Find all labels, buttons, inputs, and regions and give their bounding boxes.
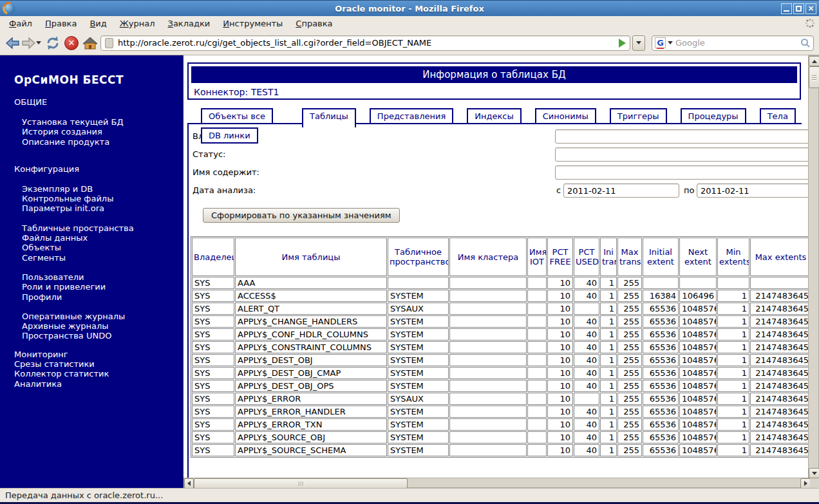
menu-item-file[interactable]: Файл	[3, 17, 39, 31]
url-history-dropdown[interactable]	[632, 35, 645, 51]
menu-item-view[interactable]: Вид	[83, 17, 113, 31]
date-from-input[interactable]	[563, 183, 679, 198]
column-header[interactable]: PCT USED	[574, 238, 599, 276]
table-cell	[449, 393, 527, 405]
table-cell: 65536	[643, 393, 679, 405]
horizontal-scrollbar-thumb[interactable]	[194, 478, 408, 488]
table-cell: APPLY$_ERROR	[235, 393, 387, 405]
url-bar[interactable]	[100, 35, 630, 51]
close-button[interactable]: ×	[805, 3, 816, 14]
maximize-button[interactable]	[793, 3, 804, 14]
sidebar-item[interactable]: Архивные журналы	[22, 321, 183, 331]
search-box[interactable]: G	[652, 35, 814, 51]
sidebar-item[interactable]: Табличные пространства	[22, 223, 183, 233]
scroll-up-button[interactable]	[809, 56, 819, 66]
scroll-left-button[interactable]	[184, 478, 194, 488]
tab-views[interactable]: Представления	[370, 108, 453, 124]
table-row: SYSAPPLY$_SOURCE_SCHEMASYSTEM10401255655…	[192, 444, 811, 456]
tab-synonyms[interactable]: Синонимы	[535, 108, 596, 124]
column-header[interactable]: Табличное пространство	[388, 238, 449, 276]
url-input[interactable]	[118, 37, 615, 50]
sidebar-item[interactable]: Оперативные журналы	[22, 312, 183, 321]
sidebar-item[interactable]: Роли и привелегии	[22, 282, 183, 292]
menu-item-bookmarks[interactable]: Закладки	[162, 17, 217, 31]
generate-button[interactable]: Сформировать по указанным значениям	[203, 208, 400, 223]
stop-button[interactable]: ✕	[64, 36, 79, 50]
column-header[interactable]: Имя кластера	[449, 238, 527, 276]
sidebar-item[interactable]: Параметры init.ora	[22, 203, 183, 213]
column-header[interactable]: Имя таблицы	[235, 238, 387, 276]
vertical-scrollbar[interactable]	[808, 55, 819, 478]
filter-owner-input[interactable]	[555, 129, 815, 144]
sidebar-item[interactable]: Установка текущей БД	[22, 117, 183, 127]
throbber-icon	[805, 18, 815, 28]
forward-button[interactable]	[21, 37, 36, 50]
tab-bodies[interactable]: Тела	[760, 108, 796, 124]
sidebar-item[interactable]: Пространства UNDO	[22, 331, 183, 341]
back-forward-dropdown[interactable]	[36, 41, 41, 44]
sidebar-item[interactable]: История создания	[22, 127, 183, 136]
sidebar-item[interactable]: Сегменты	[22, 253, 183, 263]
filter-status-input[interactable]	[555, 147, 815, 162]
minimize-button[interactable]	[781, 3, 792, 14]
sidebar-item[interactable]: Контрольные файлы	[22, 194, 183, 203]
connector-label: Коннектор: TEST1	[189, 86, 800, 97]
column-header[interactable]: Max trans	[617, 238, 642, 276]
sidebar-item[interactable]: Описание продукта	[22, 137, 183, 147]
forward-arrow-icon	[21, 37, 36, 50]
search-icon[interactable]	[801, 39, 808, 46]
tab-objects-all[interactable]: Объекты все	[201, 108, 273, 124]
filter-name-contains-input[interactable]	[555, 165, 815, 180]
column-header[interactable]: Min extents	[717, 238, 749, 276]
sidebar-item[interactable]: Мониторинг	[14, 350, 183, 359]
column-header[interactable]: Next extent	[679, 238, 717, 276]
objects-table: ВладелецИмя таблицыТабличное пространств…	[191, 236, 813, 458]
sidebar-item[interactable]: Пользователи	[22, 272, 183, 282]
vertical-scrollbar-thumb[interactable]	[809, 66, 819, 88]
column-header[interactable]: Ini trans	[600, 238, 617, 276]
table-cell: 2147483645	[750, 367, 811, 379]
scroll-down-button[interactable]	[809, 468, 819, 478]
search-input[interactable]	[675, 37, 798, 50]
sidebar-item[interactable]: Объекты	[22, 243, 183, 252]
table-cell: 1048576	[679, 393, 717, 405]
column-header[interactable]: Владелец	[192, 238, 234, 276]
menu-item-help[interactable]: Справка	[289, 17, 339, 31]
table-cell: 1	[717, 431, 749, 443]
reload-button[interactable]	[45, 35, 61, 51]
table-cell: 255	[617, 303, 642, 315]
go-button-icon[interactable]	[619, 39, 626, 48]
search-engine-dropdown[interactable]	[668, 41, 673, 44]
tab-triggers[interactable]: Триггеры	[610, 108, 667, 124]
sidebar-item[interactable]: Коллектор статистик	[14, 369, 183, 378]
menu-item-edit[interactable]: Правка	[39, 17, 83, 31]
minimize-icon	[784, 10, 789, 12]
tab-db-links[interactable]: DB линки	[201, 127, 258, 144]
date-to-input[interactable]	[697, 183, 813, 198]
column-header[interactable]: Max extents	[750, 238, 811, 276]
table-cell: 65536	[643, 380, 679, 392]
sidebar-section-header: ОБЩИЕ	[14, 97, 183, 107]
sidebar-item[interactable]: Файлы данных	[22, 233, 183, 243]
sidebar-item[interactable]: Профили	[22, 292, 183, 302]
table-cell: 2147483645	[750, 393, 811, 405]
sidebar-group: Оперативные журналыАрхивные журналыПрост…	[22, 312, 183, 341]
sidebar-item[interactable]: Экземпляр и DB	[22, 184, 183, 194]
sidebar-item[interactable]: Аналитика	[14, 379, 183, 389]
home-button[interactable]	[82, 36, 98, 50]
column-header[interactable]: PCT FREE	[547, 238, 573, 276]
scroll-right-button[interactable]	[800, 478, 811, 488]
tab-procedures[interactable]: Процедуры	[681, 108, 746, 124]
tab-indexes[interactable]: Индексы	[467, 108, 521, 124]
tab-tables[interactable]: Таблицы	[302, 108, 356, 127]
column-header[interactable]: Имя IOT	[527, 238, 547, 276]
column-header[interactable]: Initial extent	[643, 238, 679, 276]
menu-item-history[interactable]: Журнал	[113, 17, 162, 31]
panel-left-border	[187, 123, 189, 478]
sidebar-item[interactable]: Срезы статистики	[14, 359, 183, 369]
date-to-prefix-label: по	[684, 183, 694, 198]
table-cell	[449, 431, 527, 443]
back-button[interactable]	[5, 37, 21, 50]
horizontal-scrollbar[interactable]	[184, 478, 810, 488]
menu-item-tools[interactable]: Инструменты	[216, 17, 289, 31]
